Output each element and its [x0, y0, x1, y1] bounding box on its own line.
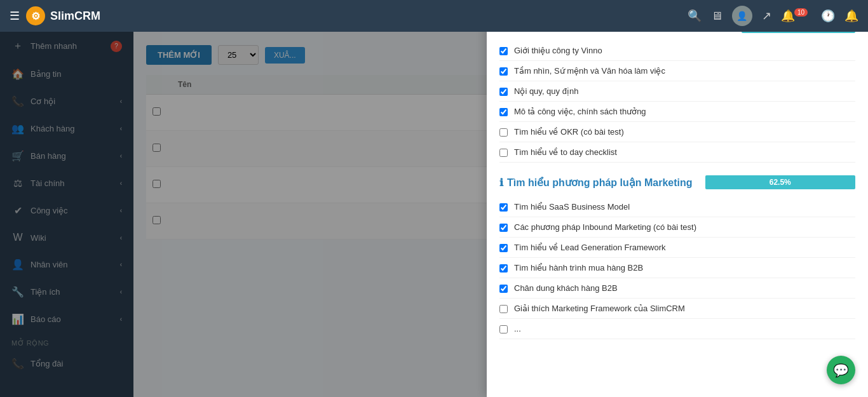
s1i2-label: Tầm nhìn, Sứ mệnh và Văn hóa làm việc	[514, 66, 665, 76]
s2i1-label: Tìm hiểu SaaS Business Model	[514, 202, 630, 212]
checklist-item: Nội quy, quy định	[499, 81, 855, 102]
s2i3-label: Tìm hiểu về Lead Generation Framework	[514, 243, 666, 252]
bell-icon[interactable]: 🔔	[844, 9, 858, 23]
s1i3-label: Nội quy, quy định	[514, 86, 578, 96]
notification-badge: 10	[794, 8, 808, 17]
s1i6-label: Tìm hiểu về to day checklist	[514, 147, 617, 157]
s1i4-label: Mô tả công việc, chính sách thưởng	[514, 107, 646, 116]
s2i7-label: ...	[514, 324, 521, 333]
s2i4-checkbox[interactable]	[499, 264, 508, 273]
monitor-icon[interactable]: 🖥	[711, 10, 722, 23]
notification-icon[interactable]: 🔔 10	[781, 9, 811, 23]
modal-panel: ℹ Tìm hiểu về công ty và phương pháp làm…	[487, 0, 868, 397]
clock-icon[interactable]: 🕐	[821, 9, 835, 23]
s2i6-checkbox[interactable]	[499, 305, 508, 313]
checklist-item: Giải thích Marketing Framework của SlimC…	[499, 299, 855, 319]
s1i2-checkbox[interactable]	[499, 67, 508, 76]
s2i4-label: Tìm hiểu hành trình mua hàng B2B	[514, 263, 643, 273]
s2i1-checkbox[interactable]	[499, 203, 508, 212]
checklist-item: Giới thiệu công ty Vinno	[499, 41, 855, 61]
s2i5-label: Chân dung khách hàng B2B	[514, 283, 618, 293]
s1i4-checkbox[interactable]	[499, 108, 508, 116]
s2i3-checkbox[interactable]	[499, 244, 508, 252]
s1i6-checkbox[interactable]	[499, 149, 508, 157]
chat-button[interactable]: 💬	[827, 356, 855, 384]
logo-icon: ⚙	[26, 6, 45, 25]
checklist-item: Tìm hiểu hành trình mua hàng B2B	[499, 258, 855, 278]
s2i5-checkbox[interactable]	[499, 285, 508, 293]
checklist-item: Tầm nhìn, Sứ mệnh và Văn hóa làm việc	[499, 61, 855, 81]
section2-title: ℹ Tìm hiểu phương pháp luận Marketing	[499, 177, 693, 189]
modal-body: ℹ Tìm hiểu về công ty và phương pháp làm…	[487, 0, 868, 352]
search-icon[interactable]: 🔍	[688, 9, 702, 23]
section2-info-icon: ℹ	[499, 177, 503, 189]
share-icon[interactable]: ↗	[762, 9, 771, 23]
section2-header: ℹ Tìm hiểu phương pháp luận Marketing 62…	[499, 175, 855, 189]
top-navbar: ☰ ⚙ SlimCRM 🔍 🖥 👤 ↗ 🔔 10 🕐 🔔	[0, 0, 868, 32]
checklist-item: Các phương pháp Inbound Marketing (có bà…	[499, 217, 855, 238]
user-avatar[interactable]: 👤	[732, 6, 752, 26]
checklist-item: Tìm hiểu về Lead Generation Framework	[499, 238, 855, 258]
checklist-item: Chân dung khách hàng B2B	[499, 278, 855, 299]
s2i7-checkbox[interactable]	[499, 325, 508, 333]
s1i1-label: Giới thiệu công ty Vinno	[514, 46, 602, 55]
checklist-item: ...	[499, 319, 855, 339]
top-nav-right: 🔍 🖥 👤 ↗ 🔔 10 🕐 🔔	[688, 6, 858, 26]
s2i6-label: Giải thích Marketing Framework của SlimC…	[514, 304, 685, 313]
checklist-item: Tìm hiểu về OKR (có bài test)	[499, 122, 855, 142]
checklist-item: Mô tả công việc, chính sách thưởng	[499, 102, 855, 122]
checklist-item: Tìm hiểu về to day checklist	[499, 142, 855, 163]
section2-progress-bar: 62.5%	[705, 175, 855, 189]
s1i5-checkbox[interactable]	[499, 128, 508, 137]
s1i1-checkbox[interactable]	[499, 47, 508, 55]
section2-title-text: Tìm hiểu phương pháp luận Marketing	[507, 177, 693, 189]
s1i3-checkbox[interactable]	[499, 88, 508, 96]
s2i2-checkbox[interactable]	[499, 224, 508, 232]
section2-progress-value: 62.5%	[770, 178, 791, 187]
section2-checklist: Tìm hiểu SaaS Business Model Các phương …	[499, 197, 855, 339]
s2i2-label: Các phương pháp Inbound Marketing (có bà…	[514, 222, 696, 232]
s1i5-label: Tìm hiểu về OKR (có bài test)	[514, 127, 624, 137]
checklist-item: Tìm hiểu SaaS Business Model	[499, 197, 855, 217]
section1-checklist: Giới thiệu công ty Vinno Tầm nhìn, Sứ mệ…	[499, 41, 855, 163]
app-name: SlimCRM	[50, 10, 100, 23]
app-logo: ⚙ SlimCRM	[26, 6, 100, 25]
hamburger-menu[interactable]: ☰	[10, 9, 20, 23]
